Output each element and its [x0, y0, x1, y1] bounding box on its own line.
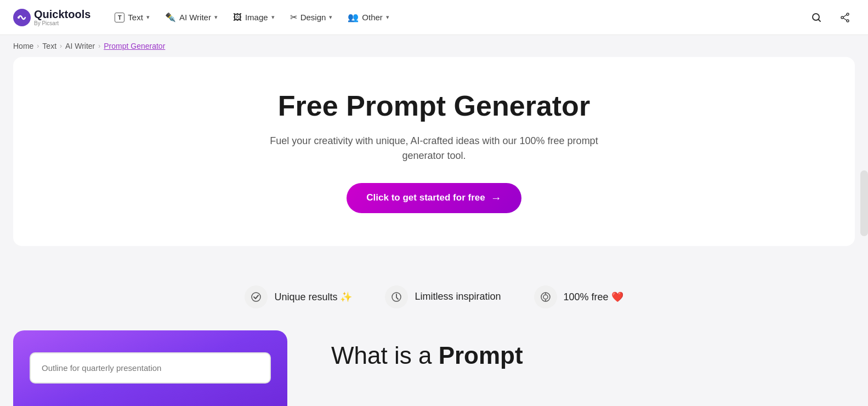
svg-point-5 — [841, 16, 843, 19]
nav-item-other[interactable]: 👥 Other ▾ — [341, 8, 396, 27]
ai-writer-nav-icon: ✒️ — [165, 12, 176, 22]
scrollbar[interactable] — [860, 170, 868, 236]
logo-icon — [13, 9, 31, 26]
bottom-section: What is a Prompt — [0, 330, 868, 406]
chevron-image-icon: ▾ — [271, 14, 275, 21]
chevron-text-icon: ▾ — [146, 14, 150, 21]
logo-name: Quicktools — [34, 9, 90, 20]
breadcrumb-sep-2: › — [60, 42, 62, 50]
what-is-title: What is a Prompt — [331, 341, 855, 370]
nav-label-text: Text — [128, 13, 143, 22]
feature-free: 100% free ❤️ — [534, 285, 623, 308]
image-nav-icon: 🖼 — [233, 13, 242, 22]
nav-label-image: Image — [245, 13, 268, 22]
nav-items: T Text ▾ ✒️ AI Writer ▾ 🖼 Image ▾ ✂ Desi… — [108, 8, 802, 27]
features-row: Unique results ✨ Limitless inspiration 1… — [0, 264, 868, 330]
breadcrumb: Home › Text › AI Writer › Prompt Generat… — [0, 35, 868, 57]
svg-point-1 — [18, 16, 20, 19]
chevron-design-icon: ▾ — [329, 14, 332, 21]
design-nav-icon: ✂ — [290, 12, 297, 22]
breadcrumb-text[interactable]: Text — [42, 42, 56, 50]
share-icon — [839, 12, 850, 23]
share-button[interactable] — [835, 8, 855, 27]
bottom-right-panel: What is a Prompt — [331, 330, 855, 370]
svg-point-3 — [847, 13, 849, 15]
breadcrumb-sep-3: › — [98, 42, 100, 50]
feature-unique-results: Unique results ✨ — [245, 285, 352, 308]
bottom-left-panel — [13, 330, 287, 406]
chevron-other-icon: ▾ — [386, 14, 389, 21]
chevron-ai-writer-icon: ▾ — [214, 14, 218, 21]
cta-button[interactable]: Click to get started for free → — [347, 183, 521, 213]
svg-point-4 — [847, 20, 849, 22]
prompt-input[interactable] — [30, 352, 271, 384]
breadcrumb-current: Prompt Generator — [104, 42, 165, 50]
breadcrumb-sep-1: › — [37, 42, 39, 50]
nav-label-ai-writer: AI Writer — [179, 13, 211, 22]
cta-arrow-icon: → — [491, 192, 502, 204]
limitless-inspiration-icon — [385, 285, 408, 308]
nav-item-ai-writer[interactable]: ✒️ AI Writer ▾ — [158, 8, 224, 27]
breadcrumb-home[interactable]: Home — [13, 42, 33, 50]
breadcrumb-ai-writer[interactable]: AI Writer — [65, 42, 95, 50]
search-icon — [811, 12, 822, 23]
other-nav-icon: 👥 — [348, 12, 359, 22]
nav-right — [807, 8, 855, 27]
what-is-bold: Prompt — [439, 342, 523, 369]
text-nav-icon: T — [115, 13, 124, 22]
logo[interactable]: Quicktools By Picsart — [13, 9, 90, 26]
hero-subtitle: Fuel your creativity with unique, AI-cra… — [253, 134, 615, 163]
nav-item-image[interactable]: 🖼 Image ▾ — [226, 8, 281, 27]
unique-results-label: Unique results ✨ — [274, 291, 352, 303]
search-button[interactable] — [807, 8, 826, 27]
nav-label-design: Design — [300, 13, 326, 22]
nav-item-text[interactable]: T Text ▾ — [108, 8, 156, 27]
nav-label-other: Other — [362, 13, 383, 22]
what-is-prefix: What is a — [331, 342, 439, 369]
hero-title: Free Prompt Generator — [35, 90, 833, 123]
free-label: 100% free ❤️ — [564, 291, 623, 303]
cta-label: Click to get started for free — [366, 192, 485, 203]
navbar: Quicktools By Picsart T Text ▾ ✒️ AI Wri… — [0, 0, 868, 35]
hero-section: Free Prompt Generator Fuel your creativi… — [13, 57, 855, 246]
unique-results-icon — [245, 285, 268, 308]
svg-point-9 — [543, 295, 548, 299]
limitless-inspiration-label: Limitless inspiration — [415, 291, 501, 302]
nav-item-design[interactable]: ✂ Design ▾ — [283, 8, 339, 27]
svg-point-6 — [252, 293, 260, 301]
free-icon — [534, 285, 557, 308]
logo-sub: By Picsart — [34, 21, 90, 26]
feature-limitless-inspiration: Limitless inspiration — [385, 285, 501, 308]
